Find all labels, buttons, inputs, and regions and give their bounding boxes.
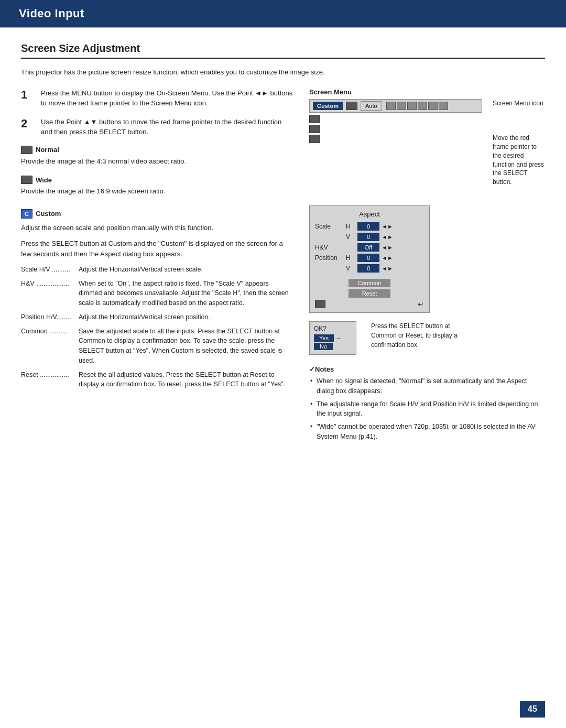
menu-icon-6 [439, 102, 448, 110]
aspect-arrow-ph: ◄► [382, 255, 393, 261]
aspect-row-scale-h: Scale H 0 ◄► [315, 222, 424, 231]
page-number: 45 [520, 701, 545, 718]
section-title: Screen Size Adjustment [21, 42, 545, 59]
menu-icon-2 [397, 102, 406, 110]
aspect-bottom: ↵ [315, 300, 424, 308]
detail-key-hv: H&V ................... [21, 279, 79, 308]
menu-icon-4 [418, 102, 427, 110]
detail-key-common: Common .......... [21, 327, 79, 366]
content-area: Screen Size Adjustment This projector ha… [0, 28, 566, 466]
detail-val-common: Save the adjusted scale to all the input… [79, 327, 293, 366]
feature-wide-header: Wide [21, 176, 293, 184]
menu-bar-monitor-icon [346, 102, 357, 110]
aspect-reset-button[interactable]: Reset [349, 289, 390, 298]
screen-menu-label: Screen Menu [309, 88, 545, 96]
aspect-label-position: Position [315, 254, 344, 262]
detail-key-reset: Reset ................ [21, 370, 79, 390]
step-number-1: 1 [21, 88, 36, 108]
aspect-title: Aspect [315, 210, 424, 218]
aspect-row-hv: H&V Off ◄► [315, 243, 424, 252]
detail-val-position: Adjust the Horizontal/Vertical screen po… [79, 312, 293, 322]
aspect-dialog: Aspect Scale H 0 ◄► V 0 [309, 205, 430, 313]
menu-icon-group [386, 102, 448, 110]
menu-icon-5 [428, 102, 438, 110]
menu-bar: Custom Auto [309, 99, 482, 113]
top-bar: Video Input [0, 0, 566, 27]
notes-section: ✓Notes When no signal is detected, "Norm… [309, 365, 545, 442]
note-item-2: The adjustable range for Scale H/V and P… [309, 399, 545, 419]
feature-wide-name: Wide [36, 176, 52, 184]
aspect-label-hv: H&V [315, 244, 344, 251]
screen-menu-pointer-text: Move the red frame pointer to the desire… [493, 134, 545, 187]
aspect-dialog-area: Aspect Scale H 0 ◄► V 0 [309, 205, 545, 442]
side-icon-1 [309, 115, 320, 123]
side-icon-3 [309, 135, 320, 143]
screen-menu-icon-annotation: Screen Menu icon [493, 99, 545, 108]
aspect-value-ph: 0 [357, 254, 379, 262]
aspect-label-v: V [346, 233, 355, 241]
aspect-row-position-h: Position H 0 ◄► [315, 254, 424, 262]
step-number-2: 2 [21, 117, 36, 137]
detail-key-scale: Scale H/V .......... [21, 265, 79, 275]
side-icon-2 [309, 125, 320, 133]
aspect-value-h: 0 [357, 222, 379, 231]
detail-val-reset: Reset the all adjusted values. Press the… [79, 370, 293, 390]
ok-title: OK? [314, 325, 352, 332]
ok-yes-row: Yes ← [314, 334, 352, 342]
custom-desc1: Adjust the screen scale and position man… [21, 223, 293, 233]
feature-normal-desc: Provide the image at the 4:3 normal vide… [21, 156, 293, 167]
aspect-bottom-icon [315, 300, 325, 308]
aspect-common-button[interactable]: Common [349, 279, 390, 287]
ok-no-row: No [314, 343, 352, 350]
custom-icon: C [21, 209, 32, 219]
aspect-arrow-pv: ◄► [382, 265, 393, 271]
aspect-row-position-v: V 0 ◄► [315, 264, 424, 273]
aspect-enter-symbol: ↵ [418, 300, 424, 308]
aspect-label-h: H [346, 223, 355, 230]
detail-row-common: Common .......... Save the adjusted scal… [21, 327, 293, 366]
right-column: Screen Menu Custom Auto [293, 88, 545, 445]
detail-row-position: Position H/V......... Adjust the Horizon… [21, 312, 293, 322]
detail-table: Scale H/V .......... Adjust the Horizont… [21, 265, 293, 389]
detail-row-scale: Scale H/V .......... Adjust the Horizont… [21, 265, 293, 275]
ok-no-button[interactable]: No [314, 343, 333, 350]
detail-row-reset: Reset ................ Reset the all adj… [21, 370, 293, 390]
feature-normal-name: Normal [36, 146, 59, 154]
aspect-value-v: 0 [357, 233, 379, 241]
feature-normal: Normal Provide the image at the 4:3 norm… [21, 146, 293, 167]
intro-text: This projector has the picture screen re… [21, 67, 545, 78]
custom-section: C Custom Adjust the screen scale and pos… [21, 209, 293, 390]
ok-area: OK? Yes ← No Press the SELECT button at … [309, 321, 545, 355]
aspect-arrow-v: ◄► [382, 234, 393, 240]
step-2: 2 Use the Point ▲▼ buttons to move the r… [21, 117, 293, 137]
menu-bar-custom: Custom [313, 102, 343, 110]
detail-key-position: Position H/V......... [21, 312, 79, 322]
ok-yes-arrow: ← [336, 335, 342, 341]
normal-icon [21, 146, 32, 154]
step-text-2: Use the Point ▲▼ buttons to move the red… [41, 117, 293, 137]
aspect-value-pv: 0 [357, 264, 379, 273]
feature-wide-desc: Provide the image at the 16:9 wide scree… [21, 186, 293, 197]
feature-wide: Wide Provide the image at the 16:9 wide … [21, 176, 293, 197]
detail-val-hv: When set to "On", the aspect ratio is fi… [79, 279, 293, 308]
ok-yes-button[interactable]: Yes [314, 334, 334, 342]
aspect-label-pv: V [346, 265, 355, 272]
left-column: 1 Press the MENU button to display the O… [21, 88, 293, 445]
step-text-1: Press the MENU button to display the On-… [41, 88, 293, 108]
detail-val-scale: Adjust the Horizontal/Vertical screen sc… [79, 265, 293, 275]
feature-normal-header: Normal [21, 146, 293, 154]
screen-menu-section: Screen Menu Custom Auto [309, 88, 545, 187]
aspect-arrow-hv: ◄► [382, 244, 393, 251]
aspect-value-hv: Off [357, 243, 379, 252]
aspect-row-scale-v: V 0 ◄► [315, 233, 424, 241]
menu-icon-1 [386, 102, 396, 110]
step-1: 1 Press the MENU button to display the O… [21, 88, 293, 108]
note-item-3: "Wide" cannot be operated when 720p, 103… [309, 422, 545, 442]
aspect-label-scale: Scale [315, 223, 344, 230]
aspect-label-ph: H [346, 254, 355, 262]
custom-desc2: Press the SELECT button at Custom and th… [21, 238, 293, 259]
detail-row-hv: H&V ................... When set to "On"… [21, 279, 293, 308]
ok-text-desc: Press the SELECT button at Common or Res… [371, 321, 476, 350]
menu-bar-auto: Auto [361, 101, 382, 111]
custom-header: C Custom [21, 209, 293, 219]
